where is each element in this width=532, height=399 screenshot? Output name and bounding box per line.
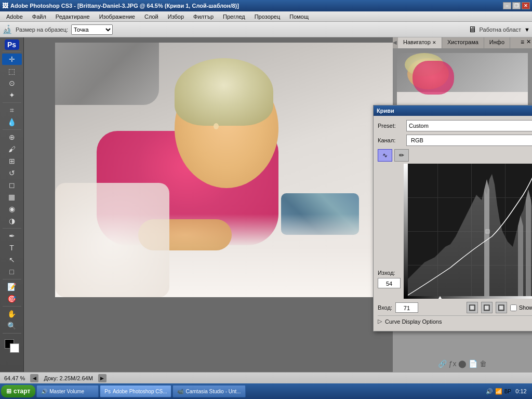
tool-crop[interactable]: ⌗ — [2, 104, 22, 116]
photoshop-taskbar-label: Adobe Photoshop CS... — [113, 389, 167, 394]
eyedropper-gray[interactable]: 🔲 — [481, 302, 493, 313]
tool-text[interactable]: T — [2, 242, 22, 254]
curve-control-point[interactable] — [486, 230, 489, 233]
preset-label: Preset: — [378, 123, 406, 129]
panel-delete-icon[interactable]: 🗑 — [480, 360, 487, 368]
tool-history-brush[interactable]: ↺ — [2, 167, 22, 179]
input-label: Вход: — [378, 304, 392, 311]
eyedropper-black[interactable]: 🔲 — [467, 302, 478, 313]
window-title: Adobe Photoshop CS3 - [Brittany-Daniel-3… — [10, 3, 239, 9]
curves-body: Preset: ▼ Канал: RGB Red Green Blue ▼ — [374, 116, 532, 331]
taskbar-camtasia[interactable]: 📹 Camtasia Studio - Unt... — [172, 385, 245, 397]
menu-edit[interactable]: Редактиране — [51, 12, 94, 21]
taskbar: ⊞ старт 🔊 Master Volume Ps Adobe Photosh… — [0, 383, 532, 399]
windows-logo: ⊞ — [6, 388, 11, 395]
menu-view[interactable]: Преглед — [219, 12, 249, 21]
canvas-area: Криви – ✕ Preset: ▼ Канал: RGB — [24, 37, 532, 372]
tool-brush[interactable]: 🖌 — [2, 143, 22, 155]
curve-options-label[interactable]: Curve Display Options — [385, 318, 442, 325]
title-bar-controls: – ❐ ✕ — [503, 2, 530, 9]
taskbar-photoshop[interactable]: Ps Adobe Photoshop CS... — [100, 385, 171, 397]
channel-select[interactable]: RGB Red Green Blue — [406, 135, 532, 146]
tool-zoom[interactable]: 🔍 — [2, 320, 22, 331]
panel-collapse[interactable]: ◀ — [393, 37, 398, 48]
tool-lasso[interactable]: ⊙ — [2, 77, 22, 89]
taskbar-master-volume[interactable]: 🔊 Master Volume — [36, 385, 99, 397]
status-nav-btn[interactable]: ▶ — [98, 374, 107, 382]
start-label: старт — [14, 388, 30, 395]
output-label: Изход: — [378, 270, 404, 276]
tray-bp-icon[interactable]: BP — [504, 389, 511, 394]
menu-file[interactable]: Файл — [28, 12, 50, 21]
curve-draw-mode[interactable]: ∿ — [378, 149, 392, 162]
taskbar-tray: 🔊 📶 BP 0:12 — [486, 388, 531, 395]
color-boxes[interactable] — [3, 337, 21, 352]
toolbox: Ps ✛ ⬚ ⊙ ✦ ⌗ 💧 ⊕ 🖌 ⊞ ↺ ◻ ▦ ◉ ◑ ✒ T ↖ □ 📝… — [0, 37, 24, 372]
tool-move[interactable]: ✛ — [2, 54, 22, 65]
menu-image[interactable]: Изображение — [95, 12, 139, 21]
minimize-button[interactable]: – — [503, 2, 511, 9]
curves-title-bar: Криви – ✕ — [374, 105, 532, 116]
tool-gradient[interactable]: ▦ — [2, 191, 22, 203]
menu-help[interactable]: Помощ — [285, 12, 313, 21]
input-row: Вход: 71 🔲 🔲 🔲 Show Clipping — [378, 302, 532, 313]
photoshop-taskbar-icon: Ps — [104, 389, 111, 394]
tool-eyedropper[interactable]: 💧 — [2, 116, 22, 128]
photo-frame — [55, 43, 401, 297]
tool-eyedropper2[interactable]: 🎯 — [2, 293, 22, 304]
tool-dodge[interactable]: ◑ — [2, 215, 22, 227]
menu-layer[interactable]: Слой — [140, 12, 163, 21]
panel-link-icon[interactable]: 🔗 — [438, 360, 447, 368]
arrow-right: ▶ — [100, 376, 104, 381]
tool-blur[interactable]: ◉ — [2, 203, 22, 215]
tool-icon: 🔬 — [2, 24, 12, 34]
histogram-spike2 — [518, 216, 523, 299]
tool-hand[interactable]: ✋ — [2, 308, 22, 320]
output-value[interactable]: 54 — [378, 278, 401, 288]
curve-options-arrow[interactable]: ▷ — [378, 318, 382, 325]
title-bar: 🖼 Adobe Photoshop CS3 - [Brittany-Daniel… — [0, 0, 532, 11]
restore-button[interactable]: ❐ — [512, 2, 521, 9]
tab-navigator[interactable]: Навигатор ✕ — [398, 37, 442, 48]
ps-logo: Ps — [5, 39, 19, 50]
menu-window[interactable]: Прозорец — [250, 12, 285, 21]
panel-close-btn[interactable]: ✕ — [525, 37, 532, 48]
status-info-btn[interactable]: ◀ — [30, 374, 38, 382]
panel-mask-icon[interactable]: ⬤ — [458, 360, 467, 368]
eyedropper-white[interactable]: 🔲 — [496, 302, 507, 313]
tray-network-icon[interactable]: 📶 — [495, 388, 502, 395]
channel-label: Канал: — [378, 137, 406, 143]
close-button[interactable]: ✕ — [522, 2, 530, 9]
tool-pen[interactable]: ✒ — [2, 230, 22, 242]
tool-clone[interactable]: ⊞ — [2, 155, 22, 167]
tool-path-select[interactable]: ↖ — [2, 254, 22, 265]
menu-select[interactable]: Избор — [164, 12, 188, 21]
tab-histogram[interactable]: Хистограма — [442, 37, 484, 48]
menu-filter[interactable]: Филтър — [189, 12, 218, 21]
tab-info[interactable]: Инфо — [484, 37, 510, 48]
tool-magic-wand[interactable]: ✦ — [2, 89, 22, 101]
tool-rectangle-select[interactable]: ⬚ — [2, 65, 22, 77]
menu-adobe[interactable]: Adobe — [2, 12, 27, 21]
panel-menu-icon[interactable]: ≡ — [520, 37, 525, 48]
input-value[interactable]: 71 — [395, 302, 418, 313]
workspace-dropdown-icon[interactable]: ▼ — [524, 26, 530, 33]
output-gradient-bar — [404, 164, 408, 299]
show-clipping-checkbox[interactable] — [510, 304, 517, 311]
panel-new-icon[interactable]: 📄 — [469, 360, 477, 368]
curve-pencil-mode[interactable]: ✏ — [394, 149, 409, 162]
tool-eraser[interactable]: ◻ — [2, 179, 22, 191]
curves-title: Криви — [377, 108, 394, 114]
curve-graph[interactable] — [404, 164, 532, 299]
start-button[interactable]: ⊞ старт — [1, 385, 35, 397]
sample-size-select[interactable]: Точка 3 на 3 Ср. 5 на 5 Ср. — [71, 24, 113, 35]
master-volume-icon: 🔊 — [41, 389, 47, 394]
workspace-label: Работна област — [480, 26, 522, 33]
tool-shape[interactable]: □ — [2, 266, 22, 277]
panel-fx-icon[interactable]: ƒx — [449, 360, 457, 368]
tool-healing[interactable]: ⊕ — [2, 131, 22, 143]
tool-notes[interactable]: 📝 — [2, 281, 22, 292]
preset-input[interactable] — [406, 120, 532, 131]
tray-sound-icon[interactable]: 🔊 — [486, 388, 493, 395]
title-bar-left: 🖼 Adobe Photoshop CS3 - [Brittany-Daniel… — [2, 2, 239, 9]
